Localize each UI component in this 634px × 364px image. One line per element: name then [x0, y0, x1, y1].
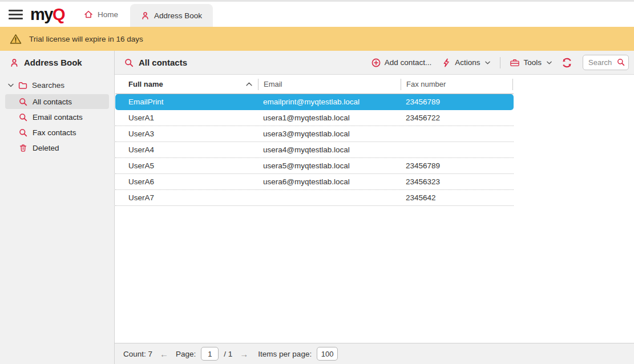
page-label: Page: — [176, 350, 196, 358]
cell-fax-number: 2345642 — [401, 193, 513, 202]
count-label: Count: 7 — [123, 350, 152, 358]
toolbar: Add contact... Actions Tools — [369, 55, 629, 70]
toolbox-icon — [510, 58, 519, 67]
plus-circle-icon — [371, 58, 381, 67]
sidebar-item-fax-contacts[interactable]: Fax contacts — [5, 125, 109, 140]
myq-logo[interactable]: myQ — [30, 6, 64, 23]
cell-email: usera1@myqtestlab.local — [258, 114, 401, 122]
add-contact-button[interactable]: Add contact... — [369, 56, 435, 70]
sidebar-item-label: Fax contacts — [33, 128, 76, 137]
page-number-input[interactable] — [201, 347, 219, 361]
tab-address-book[interactable]: Address Book — [130, 4, 213, 27]
previous-page-icon[interactable]: ← — [158, 349, 171, 359]
actions-menu-button[interactable]: Actions — [439, 56, 493, 70]
chevron-down-icon — [8, 83, 14, 87]
license-warning-banner: Trial license will expire in 16 days — [0, 27, 634, 51]
cell-email: usera6@myqtestlab.local — [258, 177, 401, 186]
cell-full-name: UserA4 — [115, 145, 258, 154]
tools-menu-button[interactable]: Tools — [507, 56, 555, 70]
sidebar-item-label: Deleted — [33, 144, 59, 152]
table-row[interactable]: UserA3usera3@myqtestlab.local — [115, 126, 514, 142]
sidebar-item-email-contacts[interactable]: Email contacts — [5, 110, 109, 124]
chevron-down-icon — [547, 61, 552, 64]
table-row[interactable]: EmailPrintemailprint@myqtestlab.local234… — [115, 94, 514, 110]
search-box — [583, 55, 629, 70]
cell-fax-number: 23456789 — [401, 98, 513, 106]
column-header-email[interactable]: Email — [258, 79, 401, 90]
sidebar-title: Address Book — [24, 58, 82, 67]
refresh-button[interactable] — [562, 58, 572, 68]
sidebar-item-all-contacts[interactable]: All contacts — [5, 94, 109, 109]
lightning-icon — [442, 58, 451, 67]
next-page-icon[interactable]: → — [237, 349, 251, 359]
sort-ascending-icon — [246, 82, 252, 86]
items-per-page-input[interactable] — [317, 347, 338, 361]
table-row[interactable]: UserA6usera6@myqtestlab.local23456323 — [115, 174, 514, 190]
cell-full-name: UserA7 — [115, 193, 258, 202]
tab-home-label: Home — [98, 10, 118, 19]
toolbar-divider — [500, 57, 500, 68]
cell-full-name: EmailPrint — [115, 98, 258, 106]
searches-tree: Searches All contactsEmail contactsFax c… — [0, 74, 114, 155]
search-icon — [19, 113, 27, 122]
cell-email: usera5@myqtestlab.local — [258, 161, 401, 170]
cell-email: usera4@myqtestlab.local — [258, 145, 401, 154]
main-header: All contacts Add contact... Actions Tool… — [115, 51, 634, 75]
table-row[interactable]: UserA5usera5@myqtestlab.local23456789 — [115, 158, 514, 174]
table-row[interactable]: UserA72345642 — [115, 190, 514, 206]
cell-full-name: UserA3 — [115, 130, 258, 138]
cell-fax-number: 23456323 — [401, 177, 513, 186]
license-warning-text: Trial license will expire in 16 days — [29, 35, 143, 43]
sidebar-item-label: All contacts — [33, 98, 72, 106]
tree-group-label: Searches — [32, 81, 64, 90]
cell-full-name: UserA5 — [115, 161, 258, 170]
sidebar-header: Address Book — [0, 51, 114, 74]
cell-full-name: UserA1 — [115, 114, 258, 122]
cell-full-name: UserA6 — [115, 177, 258, 186]
tab-address-book-label: Address Book — [154, 11, 202, 20]
person-icon — [10, 58, 19, 67]
page-title: All contacts — [124, 58, 187, 67]
contacts-table: Full name Email Fax number EmailPrintema… — [115, 75, 634, 343]
main-panel: All contacts Add contact... Actions Tool… — [115, 51, 634, 364]
page-title-label: All contacts — [139, 58, 187, 67]
tab-home[interactable]: Home — [79, 10, 123, 19]
chevron-down-icon — [485, 61, 490, 64]
sidebar-item-label: Email contacts — [33, 113, 83, 122]
top-navigation-bar: myQ Home Address Book — [0, 2, 634, 27]
sidebar: Address Book Searches All contactsEmail … — [0, 51, 115, 364]
person-icon — [141, 11, 150, 20]
cell-email: usera3@myqtestlab.local — [258, 130, 401, 138]
folder-icon — [18, 81, 27, 90]
items-per-page-label: Items per page: — [258, 350, 312, 358]
cell-email: emailprint@myqtestlab.local — [258, 98, 401, 106]
home-icon — [84, 10, 93, 19]
search-icon[interactable] — [617, 58, 625, 66]
page-total-label: / 1 — [224, 350, 232, 358]
sidebar-item-deleted[interactable]: Deleted — [5, 140, 109, 155]
trash-icon — [19, 144, 27, 152]
menu-icon[interactable] — [9, 10, 23, 19]
table-row[interactable]: UserA4usera4@myqtestlab.local — [115, 142, 514, 158]
cell-fax-number: 23456789 — [401, 161, 513, 170]
search-icon — [19, 128, 27, 137]
table-row[interactable]: UserA1usera1@myqtestlab.local23456722 — [115, 110, 514, 126]
table-header-row: Full name Email Fax number — [115, 75, 514, 94]
search-icon — [124, 58, 134, 67]
pagination-footer: Count: 7 ← Page: / 1 → Items per page: — [115, 343, 634, 364]
tree-group-searches[interactable]: Searches — [0, 78, 114, 94]
cell-fax-number: 23456722 — [401, 114, 513, 122]
column-header-full-name[interactable]: Full name — [115, 79, 258, 90]
warning-icon — [10, 34, 22, 45]
search-icon — [19, 98, 27, 106]
column-header-fax-number[interactable]: Fax number — [401, 79, 513, 90]
